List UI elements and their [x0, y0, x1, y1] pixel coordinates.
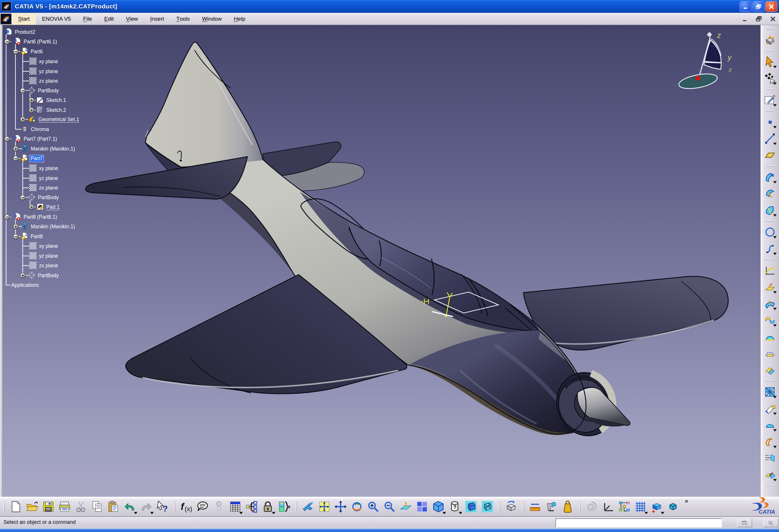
fit-all-in-button[interactable]: [316, 499, 333, 514]
zoom-out-button[interactable]: [381, 499, 398, 514]
new-document-button[interactable]: [8, 499, 24, 514]
menu-view[interactable]: View: [120, 13, 144, 25]
tree-expander-collapse[interactable]: −: [13, 49, 19, 54]
sketcher-icon[interactable]: [763, 94, 777, 107]
snap-to-point-button[interactable]: [649, 499, 665, 514]
flyout-arrow[interactable]: [773, 291, 777, 294]
whats-this-help-button[interactable]: ?: [154, 499, 171, 514]
toolbar-grip[interactable]: [766, 28, 774, 29]
lock-knowledge-button[interactable]: [260, 499, 276, 514]
tree-node-yz-plane[interactable]: yz plane: [38, 252, 59, 260]
tree-node-part7[interactable]: Part7: [30, 154, 44, 163]
flyout-arrow[interactable]: [773, 126, 777, 128]
tree-node-sketch-1[interactable]: Sketch.1: [45, 96, 67, 105]
toolbar-grip[interactable]: [3, 502, 5, 512]
tree-node-part7-part7-1-[interactable]: Part7 (Part7.1): [23, 134, 58, 143]
tree-node-yz-plane[interactable]: yz plane: [38, 174, 59, 183]
toolbar-grip[interactable]: [766, 221, 774, 222]
tree-node-manikin-manikin-1-[interactable]: Manikin (Manikin.1): [30, 222, 76, 231]
tree-expander-expand[interactable]: +: [20, 273, 25, 278]
flyout-arrow[interactable]: [773, 429, 777, 431]
toolbar-grip[interactable]: [296, 502, 297, 512]
tree-expander-expand[interactable]: +: [13, 224, 19, 229]
tree-expander-collapse[interactable]: −: [4, 39, 10, 45]
tree-node-geometrical-set-1[interactable]: Geometrical Set.1: [38, 115, 80, 124]
flyout-arrow[interactable]: [272, 512, 276, 514]
copy-button[interactable]: [89, 499, 105, 514]
flyout-arrow[interactable]: [773, 413, 777, 415]
flyout-arrow[interactable]: [459, 512, 462, 514]
symmetry-icon[interactable]: [763, 452, 777, 465]
flyout-arrow[interactable]: [773, 308, 777, 310]
toolbar-grip[interactable]: [766, 50, 774, 51]
tree-expander-expand[interactable]: +: [29, 108, 34, 113]
tree-node-partbody[interactable]: PartBody: [37, 193, 60, 202]
viewport-3d[interactable]: z y x: [3, 25, 760, 497]
menu-edit[interactable]: Edit: [98, 13, 120, 25]
flyout-arrow[interactable]: [773, 446, 777, 448]
tree-node-xy-plane[interactable]: xy plane: [38, 164, 59, 173]
fill-surface-icon[interactable]: [763, 330, 777, 344]
tree-expander-collapse[interactable]: −: [4, 136, 10, 142]
tree-node-part6[interactable]: Part6: [30, 47, 44, 56]
measure-inertia-button[interactable]: [559, 499, 576, 514]
flyout-arrow[interactable]: [773, 236, 777, 238]
zoom-in-button[interactable]: [365, 499, 381, 514]
point-icon[interactable]: [763, 115, 777, 129]
tree-node-xy-plane[interactable]: xy plane: [38, 57, 59, 66]
sphere-surface-icon[interactable]: [763, 203, 777, 217]
structure-elements-icon[interactable]: [763, 72, 777, 85]
tree-node-part8-part8-1-[interactable]: Part8 (Part8.1): [23, 213, 58, 221]
isometric-view-button[interactable]: [430, 499, 446, 514]
expand-power-input-button[interactable]: [737, 518, 752, 527]
hide-show-button[interactable]: [503, 499, 519, 514]
tree-node-yz-plane[interactable]: yz plane: [38, 67, 59, 76]
tree-expander-collapse[interactable]: −: [13, 234, 19, 239]
extract-curve-icon[interactable]: [763, 435, 777, 449]
rule-editor-button[interactable]: [276, 499, 292, 514]
flyout-arrow[interactable]: [773, 214, 777, 217]
flyout-arrow[interactable]: [773, 82, 777, 85]
tree-expander-collapse[interactable]: −: [13, 156, 19, 161]
circle-icon[interactable]: [763, 225, 777, 239]
flyout-arrow[interactable]: [661, 512, 664, 514]
cut-button[interactable]: [73, 499, 89, 514]
open-document-button[interactable]: [24, 499, 40, 514]
knowledge-formula-button[interactable]: f(x): [178, 499, 194, 514]
flyout-arrow[interactable]: [239, 512, 243, 514]
tree-expander-collapse[interactable]: −: [4, 214, 10, 220]
view-compass[interactable]: z y x: [678, 31, 732, 91]
conic-curve-icon[interactable]: [763, 264, 777, 277]
toolbar-grip[interactable]: [766, 259, 774, 260]
tree-expander-expand[interactable]: +: [20, 117, 25, 122]
minimize-document-button[interactable]: [740, 15, 750, 23]
multi-view-button[interactable]: [414, 499, 430, 514]
spline-icon[interactable]: [763, 242, 777, 255]
annotation-comment-button[interactable]: [194, 499, 211, 514]
tree-node-partbody[interactable]: PartBody: [37, 86, 60, 95]
restore-button[interactable]: [753, 1, 765, 12]
tree-node-zx-plane[interactable]: zx plane: [38, 183, 59, 192]
offset-surface-icon[interactable]: [763, 280, 777, 294]
flyout-arrow[interactable]: [773, 479, 777, 481]
command-history-button[interactable]: [763, 518, 778, 527]
tree-node-part8[interactable]: Part8: [30, 232, 44, 241]
link-manager-button[interactable]: [211, 499, 227, 514]
tree-node-product2[interactable]: Product2: [14, 28, 36, 37]
toolbar-overflow-chevron[interactable]: »: [685, 497, 687, 505]
flyout-arrow[interactable]: [773, 253, 777, 255]
menu-start[interactable]: Start: [12, 13, 36, 25]
tree-node-sketch-2[interactable]: Sketch.2: [45, 106, 67, 114]
blend-surface-icon[interactable]: [763, 314, 777, 327]
tree-expander-expand[interactable]: +: [29, 204, 34, 210]
close-button[interactable]: [765, 1, 777, 12]
plane-tool-icon[interactable]: [763, 149, 777, 162]
toolbar-grip[interactable]: [766, 110, 774, 112]
tree-node-pad-1[interactable]: Pad.1: [45, 203, 61, 212]
wireframe-mode-button[interactable]: [479, 499, 495, 514]
transform-icon[interactable]: [763, 468, 777, 482]
tree-node-manikin-manikin-1-[interactable]: Manikin (Manikin.1): [30, 144, 76, 153]
rotate-view-button[interactable]: [349, 499, 365, 514]
print-document-button[interactable]: [56, 499, 73, 514]
tree-expander-expand[interactable]: +: [29, 98, 34, 103]
